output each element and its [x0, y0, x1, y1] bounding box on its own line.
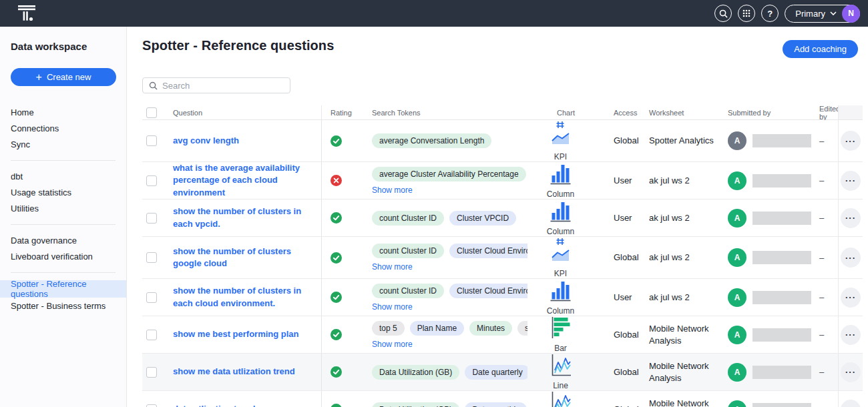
row-checkbox[interactable] — [146, 213, 157, 224]
access-value: User — [614, 292, 632, 304]
search-token-pill: average Conversation Length — [372, 133, 491, 148]
apps-grid-icon[interactable] — [738, 5, 755, 22]
rating-fail-icon — [331, 175, 342, 186]
row-actions-button[interactable]: ··· — [841, 171, 861, 191]
search-input[interactable] — [162, 81, 284, 91]
column-header-label: Worksheet — [649, 109, 684, 117]
org-switcher[interactable]: Primary N — [785, 5, 860, 23]
column-header-label: Access — [614, 109, 637, 117]
row-checkbox[interactable] — [146, 292, 157, 303]
question-link[interactable]: data utlization trend — [173, 403, 256, 407]
question-link[interactable]: avg conv length — [173, 135, 239, 147]
submitted-by-name-redacted — [752, 291, 811, 304]
column-header-label: Search Tokens — [372, 109, 421, 117]
row-actions-button[interactable]: ··· — [841, 400, 861, 407]
show-more-link[interactable]: Show more — [372, 340, 413, 349]
row-actions-button[interactable]: ··· — [841, 362, 861, 382]
search-box[interactable] — [142, 77, 290, 93]
sidebar-item-dbt[interactable]: dbt — [0, 168, 126, 184]
worksheet-value: Spotter Analytics — [649, 135, 714, 147]
submitted-by-name-redacted — [752, 328, 811, 342]
user-avatar[interactable]: N — [842, 5, 860, 23]
row-actions-button[interactable]: ··· — [841, 248, 861, 268]
topbar-actions: ? Primary N — [714, 5, 860, 23]
question-link[interactable]: show me best performing plan — [173, 328, 299, 340]
search-token-pill: Plan Name — [410, 321, 464, 336]
search-token-pill: Cluster Cloud Environment — [449, 244, 527, 258]
question-link[interactable]: show me data utlization trend — [173, 366, 295, 378]
column-header-label: Chart — [557, 109, 575, 117]
divider — [11, 224, 116, 225]
edited-by-value: – — [819, 175, 824, 185]
row-actions-button[interactable]: ··· — [841, 288, 861, 308]
token-list: average Conversation Length — [372, 133, 527, 148]
edited-by-value: – — [819, 253, 824, 263]
table-row: avg conv length average Conversation Len… — [142, 120, 863, 162]
row-checkbox[interactable] — [146, 404, 157, 407]
row-checkbox[interactable] — [146, 330, 157, 340]
create-new-label: Create new — [47, 72, 91, 82]
submitted-by-avatar: A — [728, 326, 746, 344]
sidebar-item-sync[interactable]: Sync — [0, 136, 126, 152]
create-new-button[interactable]: + Create new — [11, 68, 116, 86]
submitted-by-name-redacted — [752, 134, 811, 147]
column-header-search-tokens: Search Tokens — [364, 105, 527, 119]
row-checkbox[interactable] — [146, 135, 157, 146]
column-header-access: Access — [604, 105, 641, 119]
add-coaching-button[interactable]: Add coaching — [783, 40, 858, 58]
show-more-link[interactable]: Show more — [372, 302, 413, 312]
search-icon[interactable] — [714, 5, 732, 22]
show-more-link[interactable]: Show more — [372, 185, 413, 195]
question-link[interactable]: what is the average availability percent… — [173, 162, 314, 199]
token-list: count Cluster IDCluster Cloud Environmen… — [372, 244, 527, 258]
chart-type-icon-bar — [550, 316, 572, 342]
row-actions-button[interactable]: ··· — [841, 208, 861, 228]
select-all-checkbox[interactable] — [146, 107, 157, 118]
edited-by-value: – — [819, 136, 824, 146]
divider — [11, 160, 116, 161]
search-token-pill: count Cluster ID — [372, 211, 444, 226]
show-more-link[interactable]: Show more — [372, 262, 413, 272]
help-icon[interactable]: ? — [761, 5, 779, 22]
sidebar-item-data-governance[interactable]: Data governance — [0, 232, 126, 248]
submitted-by-avatar: A — [728, 400, 746, 407]
chart-type-icon-column — [550, 279, 571, 305]
sidebar-item-spotter-reference-questions[interactable]: Spotter - Reference questions — [0, 280, 126, 298]
table-row: show me best performing plan top 5Plan N… — [142, 316, 863, 354]
question-link[interactable]: show the number of clusters in each clou… — [173, 285, 314, 309]
sidebar-item-utilities[interactable]: Utilities — [0, 200, 126, 216]
chart-type-label: Column — [547, 227, 574, 236]
submitted-by-name-redacted — [752, 251, 811, 264]
edited-by-value: – — [819, 330, 824, 340]
submitted-by-name-redacted — [752, 403, 811, 407]
column-header-label: Rating — [331, 109, 352, 117]
chart-type-icon-kpi — [550, 237, 571, 268]
rating-pass-icon — [331, 135, 342, 147]
search-token-pill: Data Utilization (GB) — [372, 365, 459, 380]
search-token-pill: count Cluster ID — [372, 284, 444, 298]
access-value: Global — [614, 252, 639, 264]
question-link[interactable]: show the number of clusters google cloud — [173, 246, 314, 270]
row-checkbox[interactable] — [146, 367, 157, 378]
table-row: data utlization trend Data Utilization (… — [142, 391, 863, 407]
column-header-checkbox — [142, 105, 165, 119]
sidebar-item-connections[interactable]: Connections — [0, 120, 126, 136]
question-link[interactable]: show the number of clusters in each vpci… — [173, 206, 314, 230]
column-header-actions — [838, 105, 863, 119]
edited-by-value: – — [819, 213, 824, 223]
access-value: User — [614, 175, 632, 187]
chart-type-label: Bar — [554, 344, 567, 353]
table-body: avg conv length average Conversation Len… — [142, 120, 863, 407]
sidebar-item-liveboard-verification[interactable]: Liveboard verification — [0, 248, 126, 264]
search-token-pill: Cluster VPCID — [449, 211, 516, 226]
row-checkbox[interactable] — [146, 252, 157, 263]
row-actions-button[interactable]: ··· — [841, 131, 861, 151]
sidebar-item-home[interactable]: Home — [0, 104, 126, 120]
token-list: average Cluster Availability PercentageC… — [372, 167, 527, 181]
row-checkbox[interactable] — [146, 175, 157, 186]
search-token-pill: count Cluster ID — [372, 244, 444, 258]
column-header-label: Edited by — [819, 105, 840, 121]
sidebar-item-usage-statistics[interactable]: Usage statistics — [0, 184, 126, 200]
sidebar-item-spotter-business-terms[interactable]: Spotter - Business terms — [0, 298, 126, 314]
row-actions-button[interactable]: ··· — [841, 325, 861, 345]
